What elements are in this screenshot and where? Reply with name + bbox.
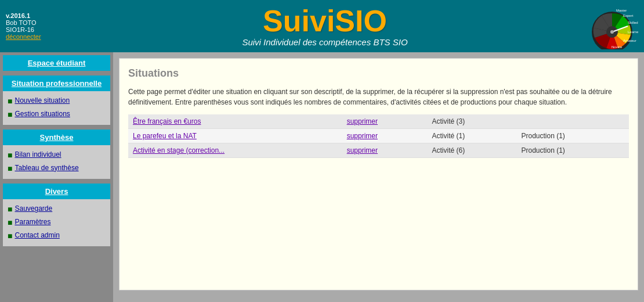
app-subtitle: Suivi Individuel des compétences BTS SIO <box>64 37 586 47</box>
sidebar-item-bilan-individuel: ■ Bilan individuel <box>8 150 106 161</box>
sidebar-item-nouvelle-situation: ■ Nouvelle situation <box>8 96 106 107</box>
activity-count: Activité (6) <box>428 143 517 158</box>
sidebar-item-sauvegarde: ■ Sauvegarde <box>8 204 106 215</box>
bullet-icon: ■ <box>8 150 12 161</box>
supprimer-link[interactable]: supprimer <box>347 117 378 125</box>
situations-table: Être français en €urossupprimerActivité … <box>128 114 629 158</box>
production-count: Production (1) <box>516 129 629 143</box>
header-title: SuiviSIO Suivi Individuel des compétence… <box>64 6 586 47</box>
sidebar-title-divers[interactable]: Divers <box>3 184 110 199</box>
bilan-individuel-link[interactable]: Bilan individuel <box>15 150 61 160</box>
content-area: Situations Cette page permet d'éditer un… <box>113 52 644 302</box>
bullet-icon: ■ <box>8 109 12 121</box>
svg-text:Learner: Learner <box>628 30 638 34</box>
sidebar-section-situation: Situation professionnelle ■ Nouvelle sit… <box>3 76 110 125</box>
tableau-synthese-link[interactable]: Tableau de synthèse <box>15 163 78 173</box>
sidebar-item-parametres: ■ Paramètres <box>8 217 106 229</box>
sidebar-items-situation: ■ Nouvelle situation ■ Gestion situation… <box>3 91 110 125</box>
table-row: Être français en €urossupprimerActivité … <box>128 114 629 129</box>
supprimer-link[interactable]: supprimer <box>347 132 378 140</box>
sidebar-items-divers: ■ Sauvegarde ■ Paramètres ■ Contact admi… <box>3 199 110 246</box>
bullet-icon: ■ <box>8 217 12 229</box>
content-description: Cette page permet d'éditer une situation… <box>128 87 629 107</box>
gestion-situations-link[interactable]: Gestion situations <box>15 109 70 119</box>
situation-link[interactable]: Être français en €uros <box>133 117 201 125</box>
svg-text:Master: Master <box>616 9 627 12</box>
production-count: Production (1) <box>516 143 629 158</box>
svg-text:Expert: Expert <box>623 14 634 17</box>
sidebar-section-divers: Divers ■ Sauvegarde ■ Paramètres ■ Conta… <box>3 184 110 246</box>
sidebar-section-espace-etudiant: Espace étudiant <box>3 55 110 71</box>
sidebar-items-synthese: ■ Bilan individuel ■ Tableau de synthèse <box>3 145 110 179</box>
user-label: Bob TOTO <box>6 19 64 26</box>
activity-count: Activité (3) <box>428 114 517 129</box>
sidebar-title-synthese[interactable]: Synthèse <box>3 130 110 145</box>
table-row: Le parefeu et la NATsupprimerActivité (1… <box>128 129 629 143</box>
situation-link[interactable]: Activité en stage (correction... <box>133 146 225 154</box>
activity-count: Activité (1) <box>428 129 517 143</box>
situation-link[interactable]: Le parefeu et la NAT <box>133 132 197 140</box>
bullet-icon: ■ <box>8 163 12 175</box>
bullet-icon: ■ <box>8 204 12 215</box>
sidebar-item-tableau-synthese: ■ Tableau de synthèse <box>8 163 106 175</box>
version-label: v.2016.1 <box>6 12 64 19</box>
bullet-icon: ■ <box>8 231 12 242</box>
svg-point-3 <box>610 30 614 34</box>
sauvegarde-link[interactable]: Sauvegarde <box>15 204 52 214</box>
supprimer-link[interactable]: supprimer <box>347 146 378 154</box>
bullet-icon: ■ <box>8 96 12 107</box>
deconnect-link[interactable]: déconnecter <box>6 33 64 40</box>
sidebar-title-espace-etudiant[interactable]: Espace étudiant <box>3 55 110 71</box>
nouvelle-situation-link[interactable]: Nouvelle situation <box>15 96 70 106</box>
svg-text:Amateur: Amateur <box>623 39 636 42</box>
production-count <box>516 114 629 129</box>
parametres-link[interactable]: Paramètres <box>15 217 50 227</box>
svg-text:Novice: Novice <box>612 45 623 49</box>
content-panel: Situations Cette page permet d'éditer un… <box>119 58 638 290</box>
sidebar-section-synthese: Synthèse ■ Bilan individuel ■ Tableau de… <box>3 130 110 179</box>
table-row: Activité en stage (correction...supprime… <box>128 143 629 158</box>
sidebar-item-gestion-situations: ■ Gestion situations <box>8 109 106 121</box>
contact-admin-link[interactable]: Contact admin <box>15 231 59 240</box>
app-title: SuiviSIO <box>64 6 586 36</box>
group-label: SIO1R-16 <box>6 26 64 33</box>
header-info: v.2016.1 Bob TOTO SIO1R-16 déconnecter <box>6 12 64 40</box>
page-title: Situations <box>128 67 629 80</box>
gauge-widget: Master Expert Skilled Learner Amateur No… <box>586 3 638 49</box>
header: v.2016.1 Bob TOTO SIO1R-16 déconnecter S… <box>0 0 644 52</box>
sidebar: Espace étudiant Situation professionnell… <box>0 52 113 302</box>
svg-text:Skilled: Skilled <box>628 21 638 24</box>
main-layout: Espace étudiant Situation professionnell… <box>0 52 644 302</box>
sidebar-title-situation[interactable]: Situation professionnelle <box>3 76 110 91</box>
sidebar-item-contact-admin: ■ Contact admin <box>8 231 106 242</box>
